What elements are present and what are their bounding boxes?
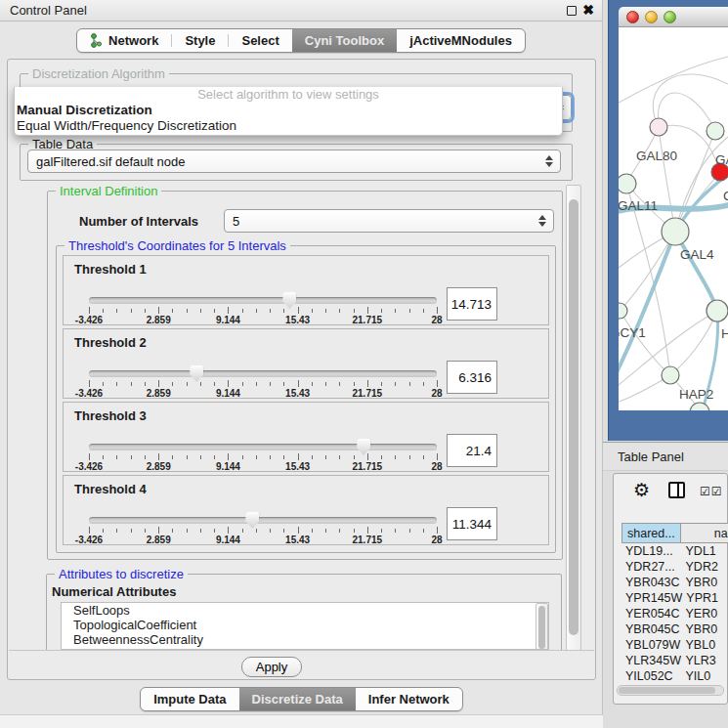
network-node-gal80[interactable] — [650, 118, 667, 136]
table-cell: YDR2 — [682, 560, 728, 574]
network-icon — [90, 33, 103, 48]
table-row[interactable]: YBR043CYBR0 — [621, 575, 728, 590]
numerical-attributes-heading: Numerical Attributes — [52, 584, 176, 599]
tab-jactivemnodules[interactable]: jActiveMNodules — [397, 29, 525, 52]
network-node-partial-ga[interactable] — [707, 122, 724, 140]
threshold-3-value-field[interactable] — [447, 434, 497, 467]
network-canvas[interactable]: GAL80 GA C GAL11 GAL4 GCY1 H HAP2 — [619, 27, 728, 410]
tab-style[interactable]: Style — [172, 29, 228, 52]
attributes-group-label: Attributes to discretize — [55, 567, 188, 581]
threshold-3-label: Threshold 3 — [74, 408, 147, 423]
threshold-2-slider[interactable]: -3.4262.8599.14415.4321.71528 — [89, 366, 437, 398]
table-cell: YPR145W — [621, 591, 682, 605]
table-row[interactable]: YDR27...YDR2 — [621, 559, 728, 575]
column-header-shared-name[interactable]: shared... — [622, 524, 681, 542]
settings-scrollbar[interactable] — [566, 185, 581, 651]
table-row[interactable]: YER054CYER0 — [621, 606, 728, 621]
node-attribute-table: shared... name YDL19...YDL1YDR27...YDR2Y… — [621, 523, 728, 669]
network-window-titlebar[interactable] — [619, 7, 728, 27]
network-node-gcy1[interactable] — [619, 303, 627, 319]
tab-select[interactable]: Select — [229, 29, 291, 52]
attribute-item-topologicalcoefficient[interactable]: TopologicalCoefficient — [62, 618, 548, 632]
table-data-combobox[interactable]: galFiltered.sif default node — [27, 150, 561, 173]
attribute-list-scrollbar[interactable] — [535, 603, 548, 650]
tab-jactivemnodules-label: jActiveMNodules — [409, 33, 512, 48]
split-columns-icon[interactable] — [668, 482, 685, 498]
node-label-gal11: GAL11 — [619, 198, 658, 213]
attribute-item-betweennesscentrality[interactable]: BetweennessCentrality — [62, 632, 548, 647]
gear-icon[interactable]: ⚙ — [633, 479, 650, 501]
tab-cyni-toolbox[interactable]: Cyni Toolbox — [292, 29, 397, 52]
attribute-item-selfloops[interactable]: SelfLoops — [62, 603, 548, 618]
network-node-bottom[interactable] — [690, 403, 709, 410]
apply-button[interactable]: Apply — [241, 657, 302, 677]
slider-track[interactable] — [89, 517, 437, 524]
numerical-attributes-list[interactable]: SelfLoops TopologicalCoefficient Between… — [61, 602, 549, 650]
table-row[interactable]: YIL052CYIL0 — [621, 668, 728, 684]
table-cell: YLR3 — [682, 654, 728, 667]
slider-ticks — [89, 307, 437, 315]
interval-definition-group: Interval Definition Number of Intervals … — [47, 191, 563, 560]
node-label-gal80: GAL80 — [636, 149, 677, 163]
table-data-value: galFiltered.sif default node — [36, 154, 185, 169]
network-node-hap2[interactable] — [662, 366, 679, 384]
network-node-h[interactable] — [707, 300, 728, 321]
table-horizontal-scrollbar[interactable] — [617, 685, 724, 696]
minimize-traffic-light-icon[interactable] — [645, 11, 658, 23]
dropdown-option-equal-width-frequency[interactable]: Equal Width/Frequency Discretization — [15, 118, 562, 134]
table-cell: YBR0 — [682, 576, 728, 589]
float-window-icon[interactable] — [567, 6, 577, 16]
threshold-2-label: Threshold 2 — [74, 335, 147, 350]
node-label-partial-h: H — [721, 326, 728, 341]
table-panel-title: Table Panel — [618, 450, 684, 464]
select-columns-checkboxes-icon[interactable]: ☑☑ — [700, 485, 723, 498]
threshold-4-panel: Threshold 4 -3.4262.8599.14415.4321.7152… — [63, 475, 549, 545]
table-cell: YBR045C — [621, 622, 682, 636]
threshold-1-panel: Threshold 1 -3.4262.8599.14415.4321.7152… — [63, 255, 549, 325]
slider-tick-labels: -3.4262.8599.14415.4321.71528 — [89, 388, 437, 399]
table-panel-titlebar: Table Panel — [603, 442, 728, 471]
tab-impute-data[interactable]: Impute Data — [141, 688, 238, 710]
table-header-row: shared... name — [621, 523, 728, 543]
slider-track[interactable] — [89, 297, 437, 304]
table-panel: ⚙ ☑☑ shared... name YDL19...YDL1YDR27...… — [613, 473, 728, 705]
table-cell: YDL1 — [682, 544, 728, 558]
dropdown-option-manual-discretization[interactable]: Manual Discretization — [15, 103, 562, 118]
slider-track[interactable] — [89, 370, 437, 377]
table-row[interactable]: YDL19...YDL1 — [621, 543, 728, 559]
number-of-intervals-combobox[interactable]: 5 — [224, 209, 554, 233]
close-icon[interactable]: ✖ — [582, 2, 594, 18]
attributes-group: Attributes to discretize Numerical Attri… — [46, 574, 562, 651]
threshold-4-slider[interactable]: -3.4262.8599.14415.4321.71528 — [89, 513, 437, 544]
table-row[interactable]: YBL079WYBL0 — [621, 637, 728, 653]
threshold-4-label: Threshold 4 — [74, 482, 147, 496]
threshold-3-slider[interactable]: -3.4262.8599.14415.4321.71528 — [89, 440, 437, 471]
table-row[interactable]: YPR145WYPR1 — [621, 590, 728, 606]
tab-infer-network[interactable]: Infer Network — [356, 688, 462, 710]
network-view-window[interactable]: GAL80 GA C GAL11 GAL4 GCY1 H HAP2 — [608, 0, 728, 441]
table-row[interactable]: YLR345WYLR3 — [621, 653, 728, 668]
tab-discretize-data[interactable]: Discretize Data — [239, 688, 356, 710]
close-traffic-light-icon[interactable] — [626, 11, 639, 23]
table-cell: YLR345W — [621, 654, 682, 667]
slider-track[interactable] — [89, 444, 437, 450]
tab-select-label: Select — [241, 33, 278, 48]
table-cell: YER054C — [621, 607, 682, 621]
thresholds-group-label: Threshold's Coordinates for 5 Intervals — [64, 238, 290, 253]
threshold-1-slider[interactable]: -3.4262.8599.14415.4321.71528 — [89, 293, 437, 324]
threshold-3-panel: Threshold 3 -3.4262.8599.14415.4321.7152… — [63, 402, 549, 472]
table-row[interactable]: YBR045CYBR0 — [621, 621, 728, 637]
network-node-gal11[interactable] — [619, 174, 636, 193]
zoom-traffic-light-icon[interactable] — [664, 11, 676, 23]
network-node-gal4[interactable] — [662, 218, 689, 245]
column-header-name[interactable]: name — [681, 524, 728, 542]
threshold-1-value-field[interactable] — [447, 287, 497, 321]
control-panel-window: Control Panel ✖ Network Style Select Cyn… — [0, 0, 603, 728]
tab-network[interactable]: Network — [77, 29, 171, 52]
slider-tick-labels: -3.4262.8599.14415.4321.71528 — [89, 461, 437, 472]
threshold-4-value-field[interactable] — [447, 507, 497, 540]
node-label-gcy1: GCY1 — [619, 325, 646, 340]
network-graph[interactable]: GAL80 GA C GAL11 GAL4 GCY1 H HAP2 — [619, 27, 728, 410]
bottom-tab-bar: Impute Data Discretize Data Infer Networ… — [0, 687, 603, 711]
threshold-2-value-field[interactable] — [447, 361, 497, 394]
